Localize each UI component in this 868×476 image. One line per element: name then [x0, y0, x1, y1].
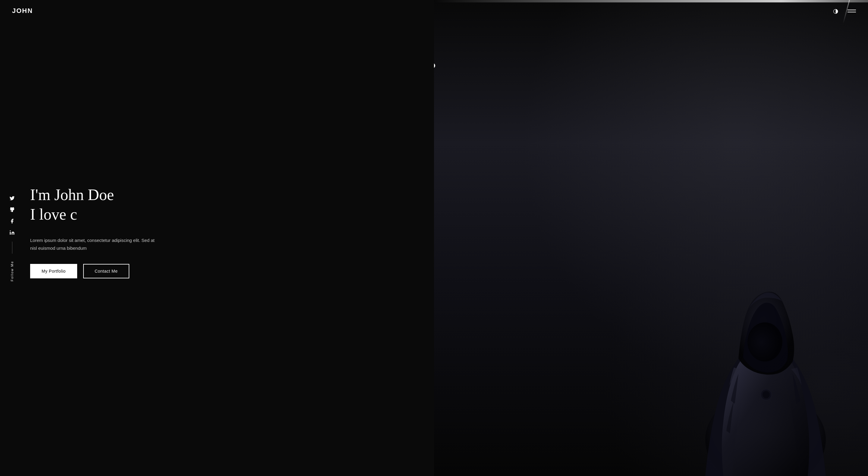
header-right: ◑: [831, 6, 856, 16]
linkedin-icon[interactable]: [8, 229, 16, 236]
svg-point-4: [763, 391, 770, 398]
theme-icon: ◑: [833, 7, 838, 14]
hero-tagline: I love c: [30, 204, 434, 225]
theme-toggle-button[interactable]: ◑: [831, 6, 840, 16]
menu-line-2: [847, 12, 856, 12]
social-divider: [12, 242, 12, 254]
hooded-figure: [687, 265, 844, 476]
menu-line-1: [847, 10, 856, 10]
follow-label: Follow Me: [10, 261, 14, 281]
left-panel: Follow Me I'm John Doe I love c Lorem ip…: [0, 0, 434, 476]
hero-content: I'm John Doe I love c Lorem ipsum dolor …: [30, 186, 434, 279]
main-container: Follow Me I'm John Doe I love c Lorem ip…: [0, 0, 868, 476]
facebook-icon[interactable]: [8, 218, 16, 225]
svg-point-2: [747, 322, 782, 361]
hero-buttons: My Portfolio Contact Me: [30, 264, 434, 278]
hero-image: [434, 0, 868, 476]
twitter-icon[interactable]: [8, 195, 16, 202]
right-panel: [434, 0, 868, 476]
hero-name: I'm John Doe: [30, 186, 434, 204]
menu-button[interactable]: [847, 10, 856, 12]
social-sidebar: Follow Me: [8, 195, 16, 281]
svg-point-0: [10, 230, 11, 231]
github-icon[interactable]: [8, 206, 16, 213]
hero-description: Lorem ipsum dolor sit amet, consectetur …: [30, 236, 157, 252]
header: JOHN ◑: [0, 0, 868, 22]
portfolio-button[interactable]: My Portfolio: [30, 264, 77, 278]
logo: JOHN: [12, 7, 33, 15]
contact-button[interactable]: Contact Me: [83, 264, 129, 278]
